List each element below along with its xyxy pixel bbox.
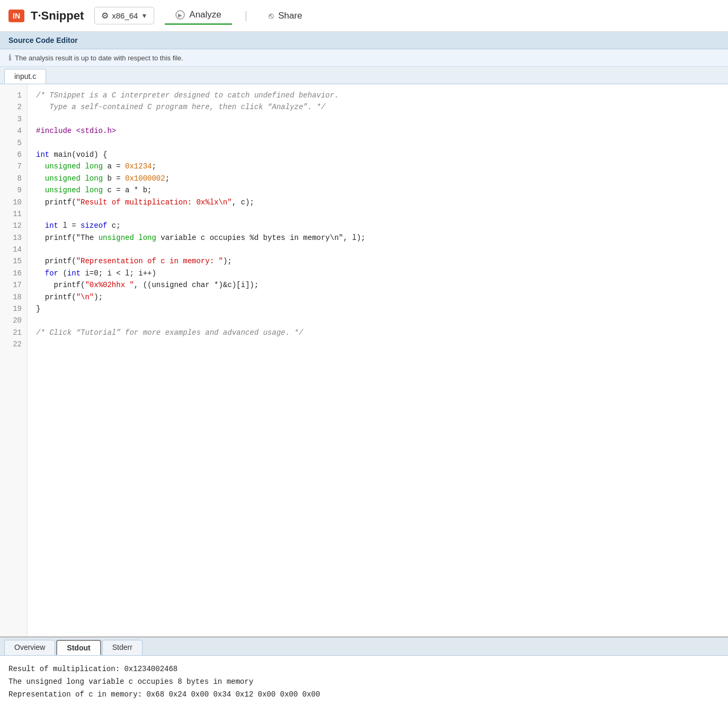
- header: IN T·Snippet ⚙ x86_64 ▼ ▶ Analyze | ⎋ Sh…: [0, 0, 728, 32]
- info-bar: ℹ The analysis result is up to date with…: [0, 49, 728, 67]
- file-tabs: input.c: [0, 67, 728, 84]
- analyze-label: Analyze: [189, 10, 221, 20]
- share-label: Share: [278, 11, 302, 21]
- line-number: 14: [0, 244, 27, 255]
- code-content[interactable]: /* TSnippet is a C interpreter designed …: [28, 84, 728, 636]
- line-number: 8: [0, 173, 27, 184]
- output-tabs: OverviewStdoutStderr: [0, 638, 728, 656]
- code-line: printf("\n");: [36, 291, 720, 303]
- code-line: [36, 315, 720, 326]
- code-line: for (int i=0; i < l; i++): [36, 267, 720, 279]
- line-number: 12: [0, 220, 27, 231]
- arch-button[interactable]: ⚙ x86_64 ▼: [94, 7, 154, 24]
- line-number: 18: [0, 291, 27, 303]
- output-line: The unsigned long variable c occupies 8 …: [8, 676, 720, 689]
- output-line: Representation of c in memory: 0x68 0x24…: [8, 689, 720, 701]
- arch-label: x86_64: [112, 11, 138, 20]
- info-icon: ℹ: [8, 53, 12, 63]
- line-number: 16: [0, 267, 27, 279]
- logo-in: IN: [13, 12, 20, 20]
- code-line: unsigned long a = 0x1234;: [36, 160, 720, 172]
- code-line: int l = sizeof c;: [36, 220, 720, 231]
- code-editor[interactable]: 12345678910111213141516171819202122 /* T…: [0, 84, 728, 637]
- output-tab-stdout[interactable]: Stdout: [56, 640, 101, 655]
- app-container: IN T·Snippet ⚙ x86_64 ▼ ▶ Analyze | ⎋ Sh…: [0, 0, 728, 714]
- line-number: 17: [0, 279, 27, 291]
- output-section: OverviewStdoutStderr Result of multiplic…: [0, 637, 728, 714]
- line-number: 15: [0, 255, 27, 267]
- output-line: Result of multiplication: 0x1234002468: [8, 663, 720, 676]
- line-number: 10: [0, 197, 27, 208]
- code-line: Type a self-contained C program here, th…: [36, 101, 720, 113]
- vertical-separator: |: [245, 10, 247, 22]
- code-line: [36, 113, 720, 125]
- line-number: 2: [0, 101, 27, 113]
- analyze-button[interactable]: ▶ Analyze: [165, 6, 232, 25]
- line-number: 20: [0, 315, 27, 326]
- line-number: 1: [0, 90, 27, 101]
- output-tab-overview[interactable]: Overview: [4, 640, 55, 655]
- line-number: 21: [0, 327, 27, 338]
- line-number: 13: [0, 232, 27, 244]
- code-line: [36, 208, 720, 220]
- code-line: unsigned long b = 0x1000002;: [36, 173, 720, 184]
- code-line: }: [36, 303, 720, 315]
- line-number: 9: [0, 184, 27, 196]
- source-editor-header: Source Code Editor: [0, 32, 728, 49]
- file-tab-label: input.c: [14, 72, 36, 81]
- source-editor-title: Source Code Editor: [8, 36, 78, 44]
- code-line: unsigned long c = a * b;: [36, 184, 720, 196]
- code-line: [36, 338, 720, 350]
- line-number: 3: [0, 113, 27, 125]
- output-content: Result of multiplication: 0x1234002468Th…: [0, 656, 728, 714]
- line-number: 22: [0, 338, 27, 350]
- play-icon: ▶: [175, 10, 185, 20]
- share-icon: ⎋: [269, 11, 274, 21]
- line-number: 19: [0, 303, 27, 315]
- line-number: 11: [0, 208, 27, 220]
- logo-badge: IN: [8, 10, 24, 22]
- gear-icon: ⚙: [101, 11, 109, 21]
- share-button[interactable]: ⎋ Share: [260, 7, 310, 24]
- file-tab-input-c[interactable]: input.c: [4, 69, 46, 84]
- code-line: /* Click “Tutorial” for more examples an…: [36, 327, 720, 338]
- line-number: 6: [0, 149, 27, 160]
- app-title: T·Snippet: [31, 9, 84, 23]
- chevron-down-icon: ▼: [141, 12, 147, 20]
- output-tab-stderr[interactable]: Stderr: [102, 640, 143, 655]
- code-line: printf("0x%02hhx ", ((unsigned char *)&c…: [36, 279, 720, 291]
- info-message: The analysis result is up to date with r…: [15, 54, 183, 62]
- line-number: 7: [0, 160, 27, 172]
- code-line: printf("Result of multiplication: 0x%lx\…: [36, 197, 720, 208]
- code-line: /* TSnippet is a C interpreter designed …: [36, 90, 720, 101]
- code-line: [36, 244, 720, 255]
- code-line: int main(void) {: [36, 149, 720, 160]
- code-line: printf("The unsigned long variable c occ…: [36, 232, 720, 244]
- line-numbers: 12345678910111213141516171819202122: [0, 84, 28, 636]
- code-line: printf("Representation of c in memory: "…: [36, 255, 720, 267]
- line-number: 4: [0, 125, 27, 137]
- code-line: #include <stdio.h>: [36, 125, 720, 137]
- line-number: 5: [0, 137, 27, 149]
- code-line: [36, 137, 720, 149]
